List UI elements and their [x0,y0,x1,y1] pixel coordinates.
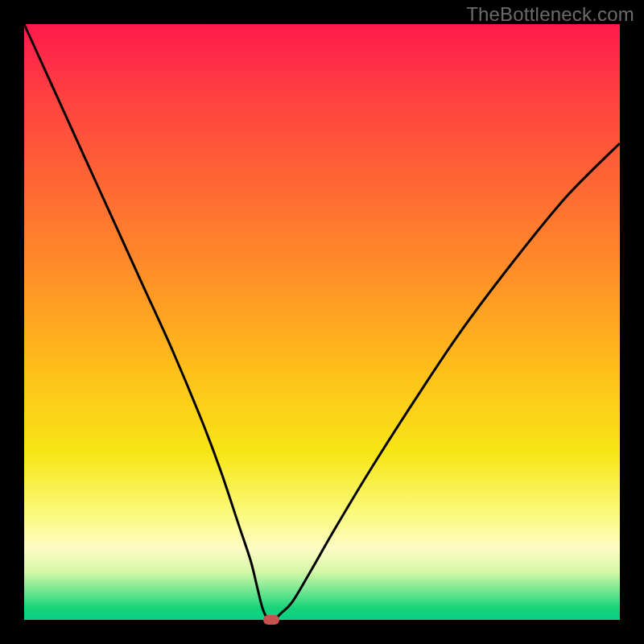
plot-area [24,24,620,620]
curve-path [24,24,620,621]
chart-frame: TheBottleneck.com [0,0,644,644]
bottleneck-curve [24,24,620,620]
min-marker [263,615,279,625]
watermark-text: TheBottleneck.com [466,3,634,26]
